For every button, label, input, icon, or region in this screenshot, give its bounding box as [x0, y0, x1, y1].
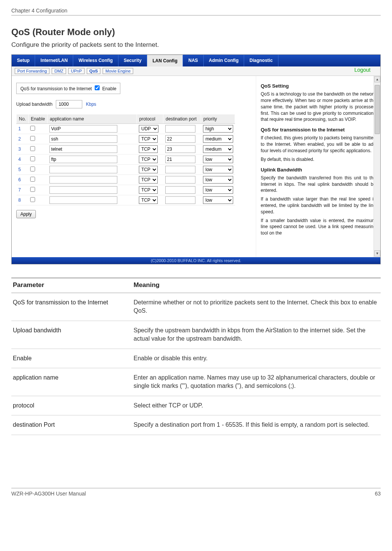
table-row: 5TCPlow — [17, 165, 235, 175]
protocol-select[interactable]: TCP — [139, 176, 158, 184]
param-name: Upload bandwidth — [11, 321, 132, 349]
row-no: 7 — [17, 185, 29, 195]
scrollbar[interactable]: ▲ ▼ — [374, 76, 380, 257]
help-h2: QoS for transmission to the Internet — [261, 127, 376, 133]
protocol-select[interactable]: TCP — [139, 135, 158, 143]
priority-select[interactable]: medium — [203, 135, 233, 143]
sub-tab-port-forwarding[interactable]: Port Forwarding — [15, 68, 49, 74]
param-meaning: Determine whether or not to prioritize p… — [132, 293, 381, 321]
priority-select[interactable]: low — [203, 196, 233, 204]
protocol-select[interactable]: TCP — [139, 186, 158, 194]
help-h1: QoS Setting — [261, 83, 376, 90]
sub-tab-dmz[interactable]: DMZ — [52, 68, 66, 74]
row-no: 6 — [17, 175, 29, 185]
app-name-input[interactable] — [49, 145, 117, 153]
priority-select[interactable]: low — [203, 176, 233, 184]
app-name-input[interactable] — [49, 196, 117, 204]
row-enable-checkbox[interactable] — [30, 167, 35, 171]
row-enable-checkbox[interactable] — [30, 197, 35, 202]
param-row: destination PortSpecify a destination po… — [11, 415, 381, 435]
main-tabs: SetupInternet/LANWireless ConfigSecurity… — [12, 55, 380, 66]
main-tab-wireless-config[interactable]: Wireless Config — [73, 55, 118, 66]
qos-enable-box: QoS for transmission to the Internet Ena… — [16, 83, 120, 94]
row-enable-checkbox[interactable] — [30, 146, 35, 151]
main-tab-admin-config[interactable]: Admin Config — [204, 55, 244, 66]
priority-select[interactable]: low — [203, 156, 233, 163]
row-no: 2 — [17, 134, 29, 144]
scroll-thumb[interactable] — [375, 85, 380, 134]
help-p1: QoS is a technology to use the bandwidth… — [261, 91, 376, 123]
scroll-up-icon[interactable]: ▲ — [374, 76, 380, 82]
dest-port-input[interactable] — [165, 156, 195, 163]
main-tab-internet-lan[interactable]: Internet/LAN — [35, 55, 73, 66]
priority-select[interactable]: medium — [203, 145, 233, 153]
dest-port-input[interactable] — [165, 196, 195, 204]
meaning-header: Meaning — [132, 278, 381, 293]
main-tab-setup[interactable]: Setup — [12, 55, 35, 66]
footer-left: WZR-HP-AG300H User Manual — [11, 491, 86, 497]
app-name-input[interactable] — [49, 156, 117, 163]
qos-enable-checkbox[interactable] — [95, 85, 100, 90]
upload-bandwidth-row: Upload bandwidth Kbps — [16, 100, 251, 108]
main-tab-security[interactable]: Security — [118, 55, 147, 66]
protocol-select[interactable]: UDP — [139, 125, 158, 133]
app-name-input[interactable] — [49, 125, 117, 133]
row-enable-checkbox[interactable] — [30, 187, 35, 192]
dest-port-input[interactable] — [165, 145, 195, 153]
row-enable-checkbox[interactable] — [30, 126, 35, 131]
protocol-select[interactable]: TCP — [139, 166, 158, 173]
dest-port-input[interactable] — [165, 125, 195, 133]
table-row: 3TCPmedium — [17, 144, 235, 154]
sub-tab-movie-engine[interactable]: Movie Engine — [103, 68, 133, 74]
main-tab-diagnostic[interactable]: Diagnostic — [244, 55, 278, 66]
dest-port-input[interactable] — [165, 166, 195, 173]
kbps-label: Kbps — [86, 102, 96, 107]
row-no: 1 — [17, 124, 29, 134]
col-no-: No. — [17, 114, 29, 124]
param-meaning: Specify the upstream bandwidth in kbps f… — [132, 321, 381, 349]
protocol-select[interactable]: TCP — [139, 196, 158, 204]
dest-port-input[interactable] — [165, 186, 195, 194]
param-meaning: Select either TCP or UDP. — [132, 396, 381, 415]
main-tab-nas[interactable]: NAS — [183, 55, 203, 66]
sub-tab-upnp[interactable]: UPnP — [68, 68, 85, 74]
table-row: 7TCPlow — [17, 185, 235, 195]
help-p2b: By default, this is disabled. — [261, 156, 376, 163]
app-name-input[interactable] — [49, 135, 117, 143]
qos-transmit-label: QoS for transmission to the Internet — [20, 86, 92, 91]
dest-port-input[interactable] — [165, 176, 195, 184]
enable-label: Enable — [102, 86, 116, 91]
param-name: application name — [11, 368, 132, 396]
app-name-input[interactable] — [49, 166, 117, 173]
section-desc: Configure the priority of packets sent t… — [11, 41, 381, 49]
row-enable-checkbox[interactable] — [30, 177, 35, 182]
copyright-bar: (C)2000-2010 BUFFALO INC. All rights res… — [12, 257, 380, 264]
param-name: QoS for transmission to the Internet — [11, 293, 132, 321]
protocol-select[interactable]: TCP — [139, 156, 158, 163]
priority-select[interactable]: low — [203, 186, 233, 194]
priority-select[interactable]: high — [203, 125, 233, 133]
row-enable-checkbox[interactable] — [30, 156, 35, 161]
param-row: QoS for transmission to the InternetDete… — [11, 293, 381, 321]
row-no: 3 — [17, 144, 29, 154]
page-header: Chapter 4 Configuration — [11, 8, 381, 15]
help-p3b: If a bandwidth value larger than the rea… — [261, 196, 376, 215]
row-enable-checkbox[interactable] — [30, 136, 35, 141]
col-protocol: protocol — [137, 114, 163, 124]
dest-port-input[interactable] — [165, 135, 195, 143]
protocol-select[interactable]: TCP — [139, 145, 158, 153]
table-row: 1UDPhigh — [17, 124, 235, 134]
col-destination-port: destination port — [163, 114, 201, 124]
sub-tab-qos[interactable]: QoS — [87, 68, 101, 74]
main-tab-lan-config[interactable]: LAN Config — [147, 55, 183, 66]
apply-button[interactable]: Apply — [16, 210, 36, 218]
row-no: 4 — [17, 154, 29, 165]
app-name-input[interactable] — [49, 176, 117, 184]
footer-right: 63 — [375, 491, 381, 497]
upload-bandwidth-input[interactable] — [56, 100, 82, 108]
param-meaning: Enable or disable this entry. — [132, 349, 381, 368]
priority-select[interactable]: low — [203, 166, 233, 173]
param-row: protocolSelect either TCP or UDP. — [11, 396, 381, 415]
scroll-down-icon[interactable]: ▼ — [374, 250, 380, 256]
app-name-input[interactable] — [49, 186, 117, 194]
